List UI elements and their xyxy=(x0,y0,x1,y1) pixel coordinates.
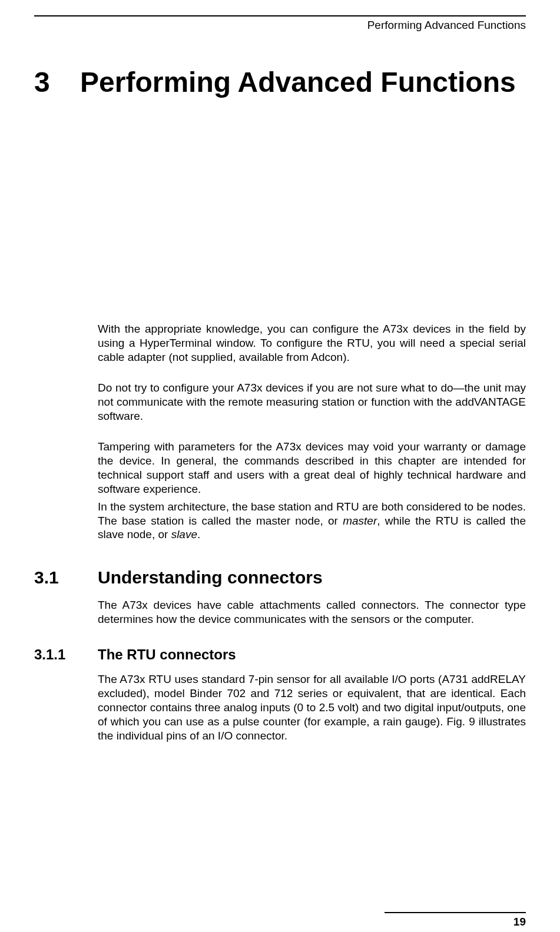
body-block-intro: With the appropriate knowledge, you can … xyxy=(98,322,526,542)
subsection-heading: 3.1.1 The RTU connectors xyxy=(34,646,526,663)
chapter-title: Performing Advanced Functions xyxy=(80,66,516,98)
subsection-title: The RTU connectors xyxy=(98,646,236,663)
paragraph: The A73x devices have cable attachments … xyxy=(98,598,526,626)
section-heading: 3.1 Understanding connectors xyxy=(34,568,526,588)
footer-rule xyxy=(385,912,526,913)
body-block-subsection: The A73x RTU uses standard 7-pin sensor … xyxy=(98,672,526,743)
italic-text: slave xyxy=(171,528,197,540)
section-title: Understanding connectors xyxy=(98,568,323,588)
paragraph: In the system architecture, the base sta… xyxy=(98,500,526,542)
body-block-section: The A73x devices have cable attachments … xyxy=(98,598,526,626)
paragraph: With the appropriate knowledge, you can … xyxy=(98,322,526,364)
page-number: 19 xyxy=(385,916,526,928)
footer: 19 xyxy=(385,912,526,928)
section-number: 3.1 xyxy=(34,568,98,588)
chapter-heading: 3 Performing Advanced Functions xyxy=(34,66,526,98)
text-span: . xyxy=(197,528,200,540)
running-header: Performing Advanced Functions xyxy=(34,16,526,35)
paragraph: The A73x RTU uses standard 7-pin sensor … xyxy=(98,672,526,743)
page: Performing Advanced Functions 3 Performi… xyxy=(0,15,560,932)
vertical-gap xyxy=(34,98,526,322)
italic-text: master xyxy=(343,515,377,527)
chapter-number: 3 xyxy=(34,66,80,98)
subsection-number: 3.1.1 xyxy=(34,646,98,663)
paragraph: Tampering with parameters for the A73x d… xyxy=(98,440,526,496)
paragraph: Do not try to configure your A73x device… xyxy=(98,381,526,423)
